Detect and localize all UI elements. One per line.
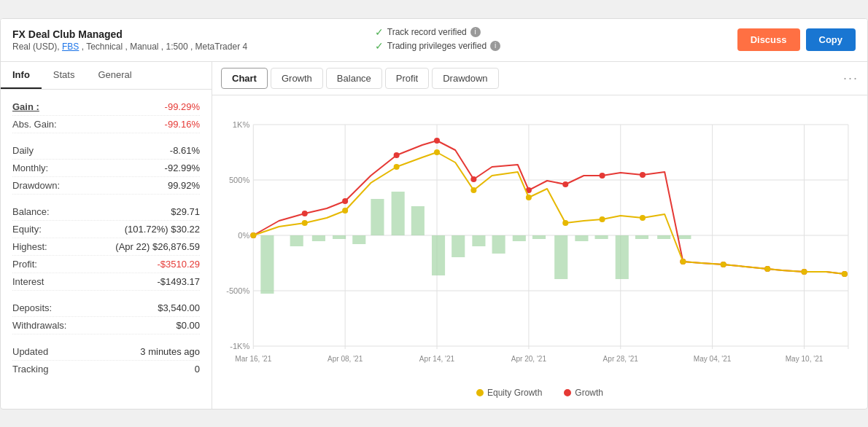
- label-daily: Daily: [12, 145, 34, 156]
- svg-point-73: [721, 262, 726, 267]
- value-withdrawals: $0.00: [176, 320, 200, 331]
- growth-label: Growth: [575, 388, 603, 398]
- chart-tab-chart[interactable]: Chart: [221, 68, 268, 89]
- svg-rect-34: [432, 235, 445, 275]
- svg-text:Apr 28, '21: Apr 28, '21: [603, 355, 639, 363]
- svg-rect-27: [290, 235, 303, 246]
- svg-text:May 04, '21: May 04, '21: [694, 355, 732, 363]
- svg-rect-26: [260, 235, 274, 294]
- svg-rect-35: [452, 235, 465, 257]
- tab-stats[interactable]: Stats: [42, 62, 87, 89]
- chart-tab-growth[interactable]: Growth: [271, 68, 323, 89]
- value-abs-gain: -99.16%: [165, 119, 200, 130]
- svg-text:Apr 08, '21: Apr 08, '21: [328, 355, 363, 363]
- svg-point-69: [562, 220, 568, 226]
- svg-rect-31: [371, 199, 384, 235]
- svg-point-74: [764, 266, 770, 272]
- svg-point-68: [526, 195, 532, 200]
- svg-point-54: [562, 181, 568, 187]
- row-interest: Interest -$1493.17: [12, 273, 200, 291]
- svg-rect-32: [392, 192, 405, 235]
- track-record-label: Track record verified: [387, 27, 467, 37]
- header-actions: Discuss Copy: [737, 28, 856, 51]
- sidebar-tabs: Info Stats General: [1, 62, 212, 90]
- svg-rect-41: [575, 235, 588, 241]
- value-drawdown: 99.92%: [168, 180, 200, 191]
- account-title: FX Deal Club Managed: [12, 28, 375, 40]
- row-daily: Daily -8.61%: [12, 142, 200, 160]
- chart-tab-profit[interactable]: Profit: [385, 68, 429, 89]
- main-chart-svg: 1K% 500% 0% -500% -1K% Mar 16, '21: [224, 103, 856, 380]
- row-withdrawals: Withdrawals: $0.00: [12, 317, 200, 334]
- legend-equity-growth: Equity Growth: [476, 388, 542, 398]
- value-daily: -8.61%: [170, 145, 200, 156]
- svg-point-65: [394, 164, 400, 170]
- info-panel: Gain : -99.29% Abs. Gain: -99.16% Daily …: [1, 90, 212, 386]
- value-deposits: $3,540.00: [158, 302, 200, 313]
- value-tracking: 0: [195, 364, 200, 375]
- svg-point-51: [434, 138, 440, 144]
- chart-area: Chart Growth Balance Profit Drawdown ···: [212, 62, 867, 409]
- trading-privileges-label: Trading privileges verified: [387, 41, 487, 51]
- svg-rect-29: [333, 235, 346, 239]
- row-abs-gain: Abs. Gain: -99.16%: [12, 116, 200, 133]
- chart-more-icon[interactable]: ···: [843, 71, 859, 86]
- svg-point-64: [342, 208, 348, 214]
- tab-general[interactable]: General: [86, 62, 143, 89]
- svg-point-70: [600, 216, 605, 222]
- label-updated: Updated: [12, 346, 48, 357]
- trading-privileges-verified: ✓ Trading privileges verified i: [375, 40, 737, 52]
- chart-tab-drawdown[interactable]: Drawdown: [432, 68, 498, 89]
- discuss-button[interactable]: Discuss: [737, 28, 800, 51]
- tab-info[interactable]: Info: [1, 62, 42, 89]
- svg-point-52: [470, 176, 476, 182]
- row-gain: Gain : -99.29%: [12, 98, 200, 116]
- svg-point-72: [680, 259, 686, 265]
- label-withdrawals: Withdrawals:: [12, 320, 66, 331]
- label-tracking: Tracking: [12, 364, 48, 375]
- svg-point-56: [640, 172, 646, 178]
- svg-rect-30: [352, 235, 365, 244]
- row-drawdown: Drawdown: 99.92%: [12, 177, 200, 195]
- chart-wrapper: 1K% 500% 0% -500% -1K% Mar 16, '21: [212, 95, 867, 409]
- label-profit: Profit:: [12, 259, 37, 270]
- copy-button[interactable]: Copy: [806, 28, 856, 51]
- fbs-link[interactable]: FBS: [62, 42, 79, 52]
- legend-growth: Growth: [564, 388, 603, 398]
- value-gain: -99.29%: [165, 101, 200, 112]
- info-icon-1[interactable]: i: [470, 27, 481, 37]
- row-highest: Highest: (Apr 22) $26,876.59: [12, 238, 200, 256]
- row-monthly: Monthly: -92.99%: [12, 160, 200, 177]
- svg-rect-45: [657, 235, 670, 239]
- svg-text:-1K%: -1K%: [230, 342, 249, 350]
- growth-dot: [564, 389, 571, 396]
- svg-point-55: [600, 173, 605, 179]
- svg-point-50: [394, 152, 400, 158]
- label-abs-gain: Abs. Gain:: [12, 119, 57, 130]
- svg-point-66: [434, 149, 440, 155]
- svg-point-63: [302, 220, 308, 226]
- label-monthly: Monthly:: [12, 162, 48, 173]
- header: FX Deal Club Managed Real (USD), FBS , T…: [1, 19, 867, 62]
- svg-text:Mar 16, '21: Mar 16, '21: [235, 355, 271, 363]
- svg-rect-36: [472, 235, 485, 246]
- value-highest: (Apr 22) $26,876.59: [115, 241, 200, 252]
- svg-text:May 10, '21: May 10, '21: [786, 355, 824, 363]
- equity-growth-dot: [476, 389, 484, 396]
- track-record-verified: ✓ Track record verified i: [375, 26, 737, 38]
- value-balance: $29.71: [171, 206, 200, 217]
- svg-text:Apr 14, '21: Apr 14, '21: [419, 355, 455, 363]
- label-drawdown: Drawdown:: [12, 180, 60, 191]
- svg-rect-46: [678, 235, 691, 239]
- label-gain: Gain :: [12, 101, 39, 112]
- row-tracking: Tracking 0: [12, 361, 200, 377]
- main-layout: Info Stats General Gain : -99.29% Abs. G…: [1, 62, 867, 409]
- value-monthly: -92.99%: [165, 162, 200, 173]
- svg-rect-37: [492, 235, 505, 254]
- label-balance: Balance:: [12, 206, 50, 217]
- svg-rect-38: [513, 235, 526, 241]
- chart-tab-balance[interactable]: Balance: [326, 68, 382, 89]
- info-icon-2[interactable]: i: [490, 41, 500, 51]
- svg-point-71: [640, 215, 646, 221]
- svg-text:-500%: -500%: [226, 286, 249, 295]
